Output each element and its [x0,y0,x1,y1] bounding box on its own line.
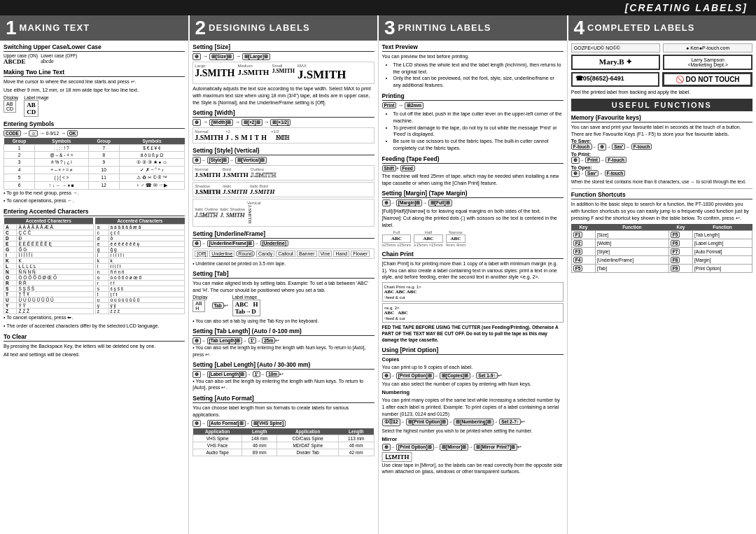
shortcut-fn-size: [Size] [595,230,668,239]
tab-label-image: Label image ABC HTab→D [232,295,261,316]
shortcut-key-f1: F1 [573,232,583,238]
func-shortcuts-title: Function Shortcuts [571,191,752,199]
accent-row-S: SŚ Ş Š Ŝ [4,286,94,292]
shortcut-function-header2: Function [693,224,752,231]
tab-note: • You can also set a tab by using the Ta… [192,318,374,324]
large-key: ⊞[Large]⊞ [242,53,270,60]
af-row-1: VHS Spine148 mmCD/Cass Spine113 mm [193,435,374,442]
upper-sample: ABCDE [4,58,26,65]
accent-lower-o: oò ó ô õ ö ø œ ő [95,275,185,281]
shortcut-key-f8: F8 [671,257,680,263]
symbols-header2: Symbols [119,138,184,145]
mirror-instruction: ⊕→ [Print Option]⊞→ ⊞[Mirror]⊞→ ⊞[Mirror… [382,444,564,451]
ul-round: Round [236,251,255,257]
margin-narrow: Narrow ABC 4mm 4mm [446,230,465,247]
shortcut-row-5: F5 [Tab] F9 [Print Option] [571,264,752,272]
style-samples: NormalJ.SMITH BoldJ.SMITH OutlineJ.SMITH [192,165,374,181]
text-preview-bullets: The LCD shows the whole text and the lab… [382,62,564,89]
accent-row-G: GĞ G [4,247,94,253]
accent-lower-s: sś ş š ŝ [95,286,185,292]
print-label: To Print: [571,152,591,157]
column-4: GOZFE<UD© NO©© ● Ken●P-touch.com Mary.B … [568,41,756,534]
symbol-row-6: 6↑ ↓ ← → ♦ ■12♀ ♂ ☎ ✉ ☞ ▶ [4,181,185,189]
ul-banner: Banner [297,251,317,257]
accent-upper-header: Accented Characters [4,218,94,225]
useful-functions-header: USEFUL FUNCTIONS [571,99,752,111]
label-length-section: Setting [Label Length] (Auto / 30-300 mm… [192,361,374,392]
size-key: ⊞[Size]⊞ [209,53,234,60]
numbering-note: Select the highest number you wish to be… [382,428,564,434]
style-italic-outline: Italic OutlineJ.SMITH [195,207,218,218]
shortcut-fn-style: [Style] [595,247,668,255]
label-length-instruction: ⊕→ [Label Length]⊞→ 1'→ 10m↩ [192,371,374,378]
accent-row-Y: YÝ Ÿ [4,303,94,309]
label-length-title: Setting [Label Length] (Auto / 30-300 mm… [192,361,374,370]
section-3-title: PRINTING LABELS [398,23,491,33]
ul-vine: Vine [318,251,332,257]
auto-format-section: Setting [Auto Format] You can choose lab… [192,395,374,456]
margin-title: Setting [Margin] (Tape Margin) [382,190,564,198]
width-samples: NormalJ.SMITH ×2J.SMITH ×1/2JSMITH [192,127,374,143]
save-label: To Save: [571,139,592,143]
accent-row-O: OÒ Ó Ô Õ Ö Ø Œ Ő [4,275,94,281]
accent-row-C: CÇ Ć Č [4,230,94,236]
af-app-header: Application [193,428,242,435]
print-section: To Print: ⊕→ Print→ F-touch [571,152,752,164]
upper-case-label: Upper case (ON) ABCDE [4,53,38,65]
shortcut-fn-print-opt: [Print Option] [693,264,752,272]
shortcut-fn-auto: [Auto Format] [693,247,752,255]
underline-instruction: ⊕→ [Underline/Frame]⊞→ [Underline] [192,240,374,247]
print-option-section: Using [Print Option] Copies You can prin… [382,346,564,475]
ul-candy: Candy [256,251,274,257]
printing-bullet-3: Be sure to use scissors to cut the fabri… [393,138,564,152]
shortcut-fn-tab-len: [Tab Length] [693,230,752,239]
size-code-key: ⊕ [192,53,201,60]
chain-print-section: Chain Print [Chain Print] is for printin… [382,251,564,344]
size-instruction: ⊕ → ⊞[Size]⊞ → ⊞[Large]⊞ [192,53,374,60]
accented-note1: • To cancel operations, press ⬅. [4,314,185,321]
label-display-row2: Mary.B ✦ Larry Sampson<Marketing Dept.> [571,55,752,70]
ul-hand: Hand [333,251,349,257]
accented-section: Entering Accented Characters Accented Ch… [4,208,185,330]
size-note: Automatically adjusts the text size acco… [192,85,374,106]
label-example-5: ☎05(8652)-6491 [571,72,660,87]
margin-demo: Full ABC ≥25mm ≥25mm Half ABC ≥15mm ≈15m… [382,230,564,247]
chain-print-desc: [Chain Print] is for printing more than … [382,260,564,281]
af-len-header2: Length [339,428,374,435]
width-wide: ×2J.SMITH [225,129,269,141]
shortcut-fn-width: [Width] [595,239,668,247]
shortcut-fn-margin: [Margin] [693,255,752,264]
ok-key: OK [67,130,78,136]
group-header2: Group [88,138,119,145]
accent-row-U: UÙ Ú Û Ü Ū Ŭ Ů Ű [4,297,94,303]
two-line-title: Making Two Line Text [4,69,185,77]
open-instruction: ⊕→ Sav'→ F-touch [571,171,626,176]
size-medium: MediumJ.SMITH [237,64,269,76]
printing-bullet-2: To prevent damage to the tape, do not tr… [393,125,564,139]
shortcut-key-f2: F2 [573,240,583,246]
shortcut-key-f7: F7 [671,248,680,255]
tab-title: Setting [Tab] [192,270,374,279]
label-image-sample: ABCD [24,100,38,117]
width-x2-key: ⊞[×2]⊞ [241,119,262,126]
accent-row-D: DÐ [4,236,94,241]
style-instruction: ⊕→ [Style]⊞→ ⊞[Vertical]⊞ [192,157,374,164]
shortcut-row-3: F3 [Style] F7 [Auto Format] [571,247,752,255]
sections-row: 1 MAKING TEXT 2 DESIGNING LABELS 3 PRINT… [0,15,756,41]
accent-lower-i: iì í î ï ĭ i [95,253,185,258]
preview-bullet-2: Only the text can be previewed, not the … [393,75,564,89]
page-title: [CREATING LABELS] [625,2,748,13]
width-section: Setting [Width] ⊕ → [Width]⊞ → ⊞[×2]⊞ → … [192,109,374,143]
shortcut-key-f6: F6 [671,240,680,246]
label-length-note: • You can also set the length by enterin… [192,378,374,392]
label-display-row3: ☎05(8652)-6491 🚫 DO NOT TOUCH [571,72,752,87]
accent-lower-header: Accented Characters [95,218,185,225]
underline-title: Setting [Underline/Frame] [192,230,374,239]
tab-length-instruction: ⊕→ [Tab Length]⊞→ 1'→ 25m↩ [192,337,374,344]
section-4-title: COMPLETED LABELS [587,23,694,33]
style-italic: ItalicJ.SMITH [223,184,248,195]
accent-lower-a: aà á â ã ä å æ ā [95,225,185,230]
column-2: Setting [Size] ⊕ → ⊞[Size]⊞ → ⊞[Large]⊞ … [189,41,378,534]
chain-demo-1: Chain Print <e.g. 1> ABC ABC ABC ↑feed &… [382,282,564,302]
accent-row-L: LŁ Ĺ Ļ Ľ Ŀ [4,264,94,269]
